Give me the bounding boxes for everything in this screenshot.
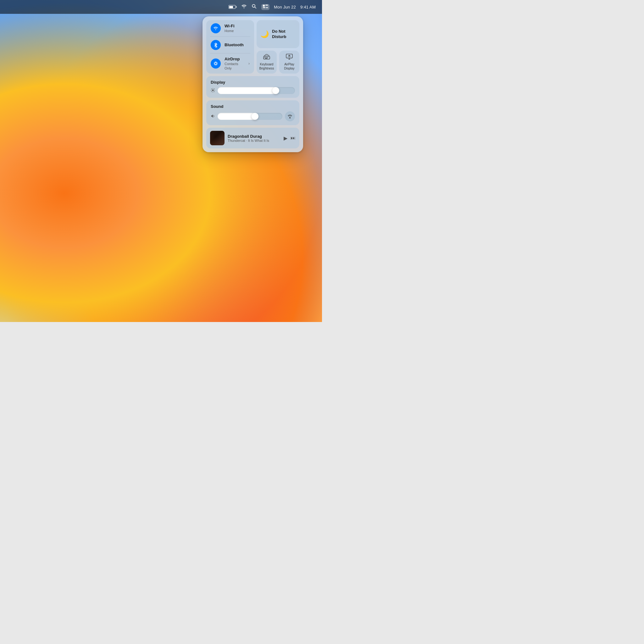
svg-point-20 [212, 89, 214, 91]
control-center-menubar-icon[interactable] [261, 4, 269, 10]
wifi-sublabel: Home [225, 29, 235, 33]
menubar-time: 9:41 AM [300, 5, 316, 9]
airdrop-label: AirDrop [225, 57, 245, 62]
brightness-icon [211, 88, 215, 93]
svg-rect-13 [265, 58, 268, 59]
track-artist: Thundercat · It Is What It Is [228, 139, 280, 142]
wifi-icon [211, 23, 221, 33]
wifi-item[interactable]: Wi-Fi Home [211, 23, 250, 33]
menubar-date: Mon Jun 22 [274, 5, 296, 9]
wifi-text: Wi-Fi Home [225, 24, 235, 33]
play-button[interactable]: ▶ [284, 135, 287, 141]
svg-line-1 [255, 7, 256, 8]
svg-rect-4 [263, 7, 265, 8]
volume-thumb [252, 113, 258, 120]
sound-section-label: Sound [211, 104, 295, 109]
svg-rect-3 [265, 5, 268, 6]
volume-row [211, 111, 295, 121]
bluetooth-text: Bluetooth [225, 42, 244, 47]
airdrop-text: AirDrop Contacts Only [225, 57, 245, 70]
svg-rect-5 [266, 7, 268, 8]
cc-small-buttons-row: Keyboard Brightness AirPlay Display [257, 51, 299, 74]
svg-line-27 [214, 89, 214, 89]
svg-point-6 [215, 63, 217, 64]
airdrop-item[interactable]: AirDrop Contacts Only › [211, 57, 250, 70]
control-center-panel: Wi-Fi Home Bluetooth [203, 16, 303, 152]
svg-rect-2 [263, 5, 265, 7]
airdrop-chevron-icon: › [248, 61, 250, 66]
cc-top-row: Wi-Fi Home Bluetooth [206, 20, 299, 74]
menubar: Mon Jun 22 9:41 AM [0, 0, 322, 14]
svg-rect-9 [264, 56, 270, 59]
track-info: Dragonball Durag Thundercat · It Is What… [228, 134, 280, 142]
svg-rect-10 [264, 57, 265, 58]
now-playing-section: Dragonball Durag Thundercat · It Is What… [206, 128, 299, 148]
keyboard-brightness-icon [263, 54, 270, 61]
brightness-thumb [272, 87, 279, 94]
svg-line-18 [269, 55, 269, 56]
volume-icon [211, 114, 215, 119]
airplay-display-label: AirPlay Display [281, 62, 297, 70]
cc-right-column: 🌙 Do Not Disturb [257, 20, 299, 74]
airdrop-sublabel: Contacts Only [225, 62, 245, 71]
bluetooth-icon [211, 40, 221, 50]
menubar-right-items: Mon Jun 22 9:41 AM [229, 3, 316, 10]
display-section: Display [206, 76, 299, 98]
keyboard-brightness-button[interactable]: Keyboard Brightness [257, 51, 277, 74]
bluetooth-label: Bluetooth [225, 42, 244, 47]
cc-connectivity-block: Wi-Fi Home Bluetooth [206, 20, 254, 74]
dnd-label: Do Not Disturb [272, 29, 296, 39]
brightness-slider[interactable] [218, 87, 295, 94]
do-not-disturb-button[interactable]: 🌙 Do Not Disturb [257, 20, 299, 48]
brightness-slider-row [211, 87, 295, 94]
skip-forward-button[interactable]: ⏭ [291, 135, 296, 141]
separator-2 [210, 53, 250, 53]
svg-line-25 [211, 89, 212, 89]
battery-icon [229, 5, 237, 9]
svg-line-17 [264, 55, 265, 56]
svg-rect-11 [266, 57, 267, 58]
bluetooth-item[interactable]: Bluetooth [211, 40, 250, 50]
playback-controls: ▶ ⏭ [284, 135, 296, 141]
search-menubar-icon[interactable] [251, 3, 257, 10]
moon-icon: 🌙 [260, 30, 269, 38]
volume-slider[interactable] [218, 113, 282, 120]
sound-airplay-button[interactable] [285, 111, 295, 121]
display-section-label: Display [211, 80, 295, 85]
album-art [210, 131, 225, 145]
airplay-display-icon [286, 54, 293, 61]
track-name: Dragonball Durag [228, 134, 280, 139]
airdrop-icon [211, 58, 221, 69]
keyboard-brightness-label: Keyboard Brightness [258, 62, 275, 70]
wifi-label: Wi-Fi [225, 24, 235, 29]
svg-rect-12 [267, 57, 268, 58]
wifi-menubar-icon [241, 3, 247, 10]
separator [210, 36, 250, 37]
airplay-display-button[interactable]: AirPlay Display [279, 51, 299, 74]
svg-line-26 [214, 91, 214, 92]
svg-line-28 [211, 91, 212, 92]
sound-section: Sound [206, 100, 299, 125]
